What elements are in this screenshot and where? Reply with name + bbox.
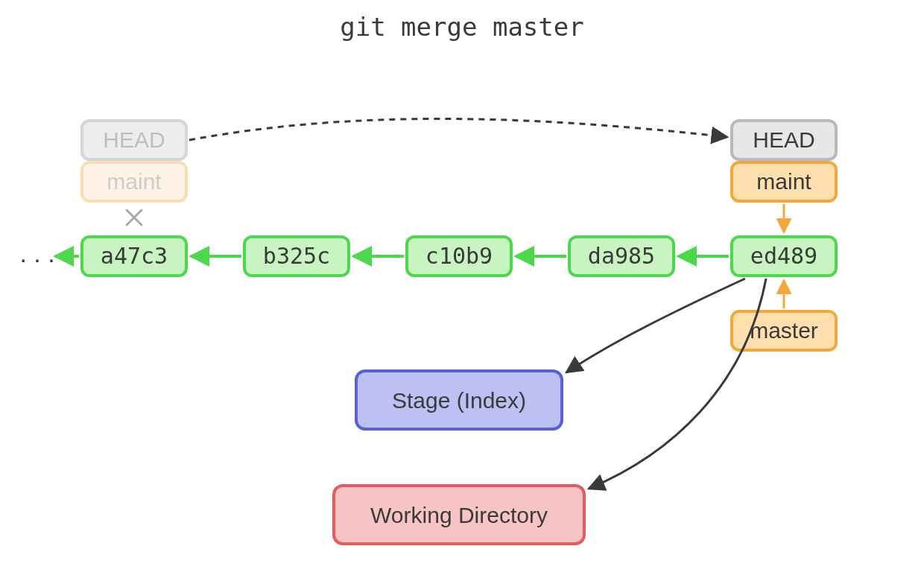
head-new-label: HEAD [753,127,814,152]
detached-x-icon [127,210,142,225]
commit-ed489-label: ed489 [750,243,817,269]
commit-da985-label: da985 [588,243,655,269]
ellipsis: . . . [19,239,54,267]
branch-new-maint-label: maint [756,169,811,194]
stage-label: Stage (Index) [392,388,526,413]
commit-a47c3-label: a47c3 [101,243,168,269]
diagram-title: git merge master [340,12,584,42]
head-move-arrow [189,118,727,140]
ed489-to-stage-arrow [566,279,745,372]
branch-master-label: master [750,318,818,343]
commit-c10b9-label: c10b9 [425,243,493,269]
branch-old-maint-label: maint [107,169,162,194]
workdir-label: Working Directory [370,503,548,527]
commit-b325c-label: b325c [263,243,330,269]
git-merge-diagram: git merge master . . . a47c3 b325c c10b9… [0,0,924,584]
head-old-label: HEAD [103,127,165,152]
